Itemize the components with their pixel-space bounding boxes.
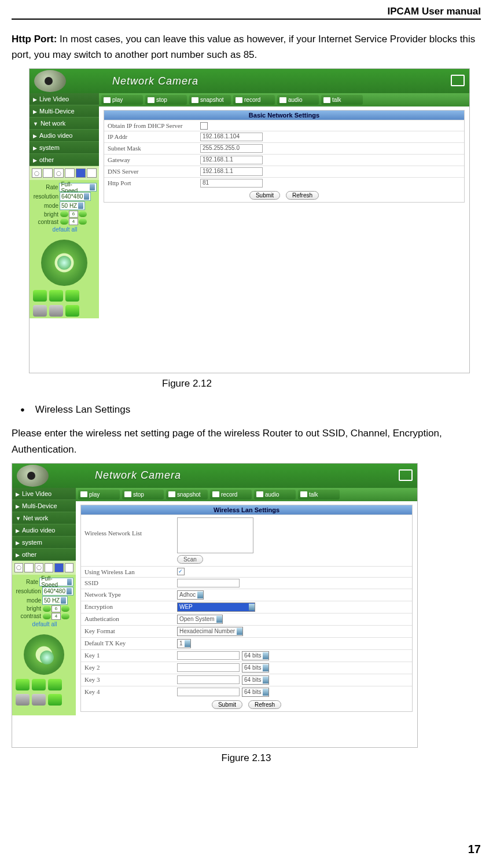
nav-network[interactable]: ▼Net work	[12, 512, 76, 524]
nav-live-video[interactable]: ▶Live Video	[30, 93, 99, 105]
resolution-select[interactable]: 640*480	[42, 587, 73, 596]
key3-input[interactable]	[177, 675, 240, 684]
deftx-select[interactable]: 1	[177, 639, 191, 648]
ptz-btn-4[interactable]	[16, 694, 30, 706]
mode-select[interactable]: 50 HZ	[60, 201, 85, 210]
record-button[interactable]: record	[233, 95, 275, 105]
record-icon	[212, 491, 219, 497]
ptz-btn-3[interactable]	[48, 679, 62, 690]
nav-multi-device[interactable]: ▶Multi-Device	[12, 500, 76, 512]
ssid-label: SSID	[81, 578, 175, 589]
key4-bits-select[interactable]: 64 bits	[242, 688, 269, 697]
nav-live-video[interactable]: ▶Live Video	[12, 488, 76, 500]
ptz-wheel[interactable]	[24, 634, 64, 675]
nav-other[interactable]: ▶other	[30, 154, 99, 166]
dhcp-checkbox[interactable]	[200, 122, 208, 130]
view-active-icon[interactable]	[76, 168, 86, 178]
view-grid2-icon[interactable]	[65, 563, 73, 572]
submit-button[interactable]: Submit	[249, 191, 280, 200]
bright-value: 6	[69, 211, 78, 218]
nav-audio-video[interactable]: ▶Audio video	[30, 130, 99, 142]
view-grid-icon[interactable]	[45, 563, 53, 572]
view-active-icon[interactable]	[54, 563, 63, 572]
nav-system[interactable]: ▶system	[30, 142, 99, 154]
view-single-icon[interactable]: ◯	[14, 563, 23, 572]
view-grid2-icon[interactable]	[87, 168, 97, 178]
ptz-btn-2[interactable]	[49, 290, 63, 302]
nav-other[interactable]: ▶other	[12, 549, 76, 561]
talk-button[interactable]: talk	[321, 95, 363, 105]
wlan-list-box[interactable]	[177, 517, 253, 553]
ptz-btn-2[interactable]	[32, 679, 46, 690]
ptz-btn-1[interactable]	[16, 679, 30, 690]
key3-bits-select[interactable]: 64 bits	[242, 675, 269, 685]
contrast-up-button[interactable]	[61, 613, 69, 619]
play-button[interactable]: play	[101, 95, 143, 105]
nettype-select[interactable]: Adhoc	[177, 590, 204, 600]
ptz-btn-5[interactable]	[32, 694, 46, 706]
play-button[interactable]: play	[78, 490, 120, 499]
stop-button[interactable]: stop	[122, 490, 164, 499]
view-nine-icon[interactable]: ◯	[35, 563, 43, 572]
dns-label: DNS Server	[104, 166, 198, 177]
snapshot-button[interactable]: snapshot	[189, 95, 231, 105]
view-single-icon[interactable]: ◯	[32, 168, 42, 178]
encryption-select[interactable]: WEP	[177, 602, 255, 612]
contrast-down-button[interactable]	[43, 613, 51, 619]
ssid-input[interactable]	[177, 579, 240, 587]
snapshot-button[interactable]: snapshot	[166, 490, 208, 499]
monitor-icon[interactable]	[399, 469, 413, 481]
ptz-btn-3[interactable]	[65, 290, 79, 302]
contrast-up-button[interactable]	[79, 219, 87, 225]
wlan-submit-button[interactable]: Submit	[212, 700, 242, 709]
audio-button[interactable]: audio	[277, 95, 319, 105]
ptz-btn-6[interactable]	[48, 694, 62, 706]
nav-system[interactable]: ▶system	[12, 537, 76, 549]
keyfmt-select[interactable]: Hexadecimal Number	[177, 627, 243, 636]
rate-select[interactable]: Full-Speed	[59, 183, 97, 192]
nav-network[interactable]: ▼Net work	[30, 117, 99, 130]
key1-input[interactable]	[177, 651, 240, 660]
view-quad-icon[interactable]	[24, 563, 33, 572]
gateway-input[interactable]: 192.168.1.1	[200, 156, 263, 164]
ptz-wheel[interactable]	[41, 240, 87, 286]
bright-down-button[interactable]	[43, 606, 51, 612]
resolution-select[interactable]: 640*480	[60, 192, 91, 201]
nav-multi-device[interactable]: ▶Multi-Device	[30, 105, 99, 117]
bright-down-button[interactable]	[60, 211, 68, 217]
stop-button[interactable]: stop	[145, 95, 187, 105]
key1-bits-select[interactable]: 64 bits	[242, 651, 269, 660]
view-nine-icon[interactable]: ◯	[54, 168, 64, 178]
ptz-btn-6[interactable]	[65, 305, 79, 317]
dns-input[interactable]: 192.168.1.1	[200, 167, 263, 176]
play-icon	[80, 491, 87, 497]
scan-button[interactable]: Scan	[177, 555, 203, 564]
mode-select[interactable]: 50 HZ	[42, 596, 68, 605]
mask-input[interactable]: 255.255.255.0	[200, 144, 263, 153]
using-wlan-checkbox[interactable]	[177, 568, 185, 575]
key4-input[interactable]	[177, 688, 240, 696]
view-quad-icon[interactable]	[43, 168, 53, 178]
audio-button[interactable]: audio	[254, 490, 296, 499]
http-port-input[interactable]: 81	[200, 179, 263, 188]
ptz-btn-1[interactable]	[33, 290, 47, 302]
ip-input[interactable]: 192.168.1.104	[200, 133, 263, 141]
contrast-down-button[interactable]	[60, 219, 68, 225]
nav-audio-video[interactable]: ▶Audio video	[12, 524, 76, 537]
default-all-link[interactable]: default all	[16, 621, 73, 627]
ptz-btn-5[interactable]	[49, 305, 63, 317]
refresh-button[interactable]: Refresh	[286, 191, 319, 200]
wlan-refresh-button[interactable]: Refresh	[248, 700, 281, 709]
talk-button[interactable]: talk	[298, 490, 340, 499]
default-all-link[interactable]: default all	[33, 226, 97, 233]
rate-select[interactable]: Full-Speed	[39, 578, 73, 586]
bright-up-button[interactable]	[79, 211, 87, 217]
record-button[interactable]: record	[210, 490, 252, 499]
bright-up-button[interactable]	[61, 606, 69, 612]
view-grid-icon[interactable]	[65, 168, 75, 178]
monitor-icon[interactable]	[451, 75, 465, 86]
key2-input[interactable]	[177, 663, 240, 672]
ptz-btn-4[interactable]	[33, 305, 47, 317]
auth-select[interactable]: Open System	[177, 615, 223, 624]
key2-bits-select[interactable]: 64 bits	[242, 663, 269, 673]
